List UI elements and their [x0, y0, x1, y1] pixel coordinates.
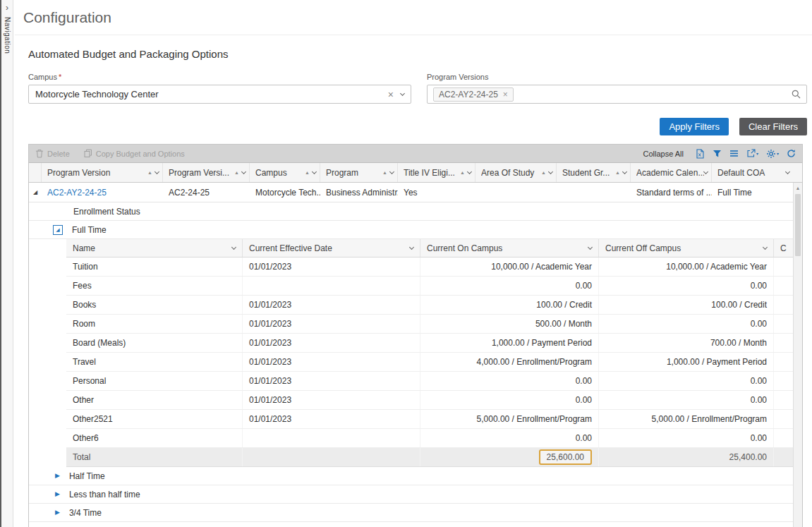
- budget-off-campus: 5,000.00 / Enrollment/Program: [599, 410, 774, 428]
- selected-total-cell[interactable]: 25,600.00: [539, 449, 592, 465]
- budget-extra: [774, 429, 793, 447]
- column-menu-icon[interactable]: [622, 169, 627, 174]
- column-menu-icon[interactable]: [785, 169, 790, 174]
- expand-status-icon[interactable]: ▶: [55, 509, 60, 516]
- column-header-default-coa[interactable]: Default COA: [712, 163, 793, 182]
- scroll-up-icon[interactable]: ▲: [794, 183, 802, 193]
- budget-on-campus: 0.00: [420, 372, 599, 390]
- column-menu-icon[interactable]: [312, 169, 317, 174]
- column-header-academic-calendar[interactable]: Academic Calen...: [631, 163, 712, 182]
- column-menu-icon[interactable]: [241, 169, 246, 174]
- campus-select-value: Motorcycle Technology Center: [35, 89, 388, 99]
- column-chooser-icon[interactable]: [729, 150, 739, 157]
- filter-icon[interactable]: [713, 150, 722, 158]
- budget-row[interactable]: Other6 0.00 0.00: [66, 429, 793, 448]
- apply-filters-button[interactable]: Apply Filters: [660, 118, 729, 135]
- budget-off-campus: 0.00: [599, 429, 774, 447]
- budget-on-campus: 1,000.00 / Payment Period: [420, 334, 599, 352]
- column-menu-icon[interactable]: [409, 245, 414, 250]
- budget-column-name[interactable]: Name: [66, 239, 243, 257]
- program-versions-field: Program Versions AC2-AY2-24-25 ×: [427, 73, 807, 104]
- table-row[interactable]: ◢ AC2-AY2-24-25 AC2-24-25 Motorcycle Tec…: [29, 183, 793, 202]
- budget-column-truncated[interactable]: Curr: [774, 239, 793, 257]
- column-menu-icon[interactable]: [154, 169, 159, 174]
- budget-row[interactable]: Board (Meals) 01/01/2023 1,000.00 / Paym…: [66, 334, 793, 353]
- budget-row[interactable]: Personal 01/01/2023 0.00 0.00: [66, 372, 793, 391]
- status-row-half-time[interactable]: ▶ Half Time: [29, 467, 793, 485]
- budget-name: Other: [66, 391, 243, 409]
- budget-extra: [774, 334, 793, 352]
- export-icon[interactable]: ▾: [746, 149, 758, 158]
- campus-label: Campus*: [28, 73, 411, 81]
- content-area: Automated Budget and Packaging Options C…: [15, 35, 812, 527]
- row-collapse-icon[interactable]: ◢: [29, 189, 42, 195]
- copy-budget-button[interactable]: Copy Budget and Options: [84, 149, 185, 158]
- collapse-status-icon[interactable]: ◢: [53, 225, 63, 235]
- refresh-icon[interactable]: [787, 149, 796, 158]
- program-versions-label: Program Versions: [427, 73, 807, 81]
- expand-status-icon[interactable]: ▶: [55, 473, 60, 479]
- budget-row[interactable]: Books 01/01/2023 100.00 / Credit 100.00 …: [66, 296, 793, 315]
- sort-asc-icon: ▲: [541, 170, 546, 175]
- campus-dropdown-icon[interactable]: [400, 91, 405, 96]
- column-header-campus[interactable]: Campus▲: [250, 163, 320, 182]
- budget-row[interactable]: Travel 01/01/2023 4,000.00 / Enrollment/…: [66, 353, 793, 372]
- column-header-area-of-study[interactable]: Area Of Study▲: [475, 163, 557, 182]
- program-version-chip[interactable]: AC2-AY2-24-25 ×: [433, 87, 514, 102]
- chip-remove-icon[interactable]: ×: [503, 90, 508, 99]
- budget-on-campus: 0.00: [420, 429, 599, 447]
- column-header-program[interactable]: Program▲: [320, 163, 398, 182]
- campus-clear-icon[interactable]: ×: [388, 90, 394, 99]
- clear-filters-button[interactable]: Clear Filters: [739, 118, 807, 135]
- nav-label[interactable]: Navigation: [4, 17, 11, 54]
- sort-asc-icon: ▲: [615, 170, 620, 175]
- settings-gear-icon[interactable]: ▾: [766, 149, 779, 159]
- column-header-program-version[interactable]: Program Version▲: [42, 163, 163, 182]
- budget-row[interactable]: Tuition 01/01/2023 10,000.00 / Academic …: [66, 258, 793, 277]
- column-header-title-iv[interactable]: Title IV Eligi...▲: [398, 163, 475, 182]
- budget-column-effective-date[interactable]: Current Effective Date: [243, 239, 420, 257]
- column-menu-icon[interactable]: [588, 245, 593, 250]
- program-version-link[interactable]: AC2-AY2-24-25: [47, 188, 107, 198]
- budget-row[interactable]: Room 01/01/2023 500.00 / Month 0.00: [66, 315, 793, 334]
- navigation-sidebar[interactable]: › Navigation: [0, 0, 13, 527]
- scrollbar-thumb[interactable]: [795, 194, 801, 256]
- column-header-program-version-code[interactable]: Program Versi...▲: [163, 163, 250, 182]
- status-row-three-quarter-time[interactable]: ▶ 3/4 Time: [29, 504, 793, 522]
- budget-row[interactable]: Other 01/01/2023 0.00 0.00: [66, 391, 793, 410]
- budget-column-off-campus[interactable]: Current Off Campus: [599, 239, 774, 257]
- budget-off-campus: 0.00: [599, 391, 774, 409]
- budget-row[interactable]: Fees 0.00 0.00: [66, 277, 793, 296]
- column-menu-icon[interactable]: [231, 245, 236, 250]
- budget-on-campus: 0.00: [420, 391, 599, 409]
- column-menu-icon[interactable]: [467, 169, 472, 174]
- sort-asc-icon: ▲: [234, 170, 239, 175]
- budget-items-table: Name Current Effective Date Current On C…: [66, 239, 793, 467]
- cell-title-iv: Yes: [398, 188, 475, 198]
- column-menu-icon[interactable]: [703, 169, 708, 174]
- enrollment-status-group-header: Enrollment Status: [29, 202, 793, 221]
- nav-expand-icon[interactable]: ›: [6, 4, 8, 12]
- column-menu-icon[interactable]: [763, 245, 768, 250]
- hierarchy-column-header: [29, 163, 42, 182]
- campus-select[interactable]: Motorcycle Technology Center ×: [28, 85, 411, 104]
- budget-off-campus: 1,000.00 / Payment Period: [599, 353, 774, 371]
- vertical-scrollbar[interactable]: ▲: [793, 183, 802, 527]
- budget-column-on-campus[interactable]: Current On Campus: [420, 239, 599, 257]
- budget-date: [243, 429, 420, 447]
- status-label: Half Time: [69, 471, 105, 481]
- column-menu-icon[interactable]: [548, 169, 553, 174]
- budget-name: Travel: [66, 353, 243, 371]
- column-header-student-group[interactable]: Student Gr...▲: [557, 163, 631, 182]
- collapse-all-button[interactable]: Collapse All: [643, 150, 683, 158]
- budget-date: 01/01/2023: [243, 410, 420, 428]
- budget-row[interactable]: Other2521 01/01/2023 5,000.00 / Enrollme…: [66, 410, 793, 429]
- expand-status-icon[interactable]: ▶: [55, 491, 60, 497]
- export-excel-icon[interactable]: [696, 149, 705, 159]
- program-versions-input[interactable]: AC2-AY2-24-25 ×: [427, 85, 807, 104]
- status-row-full-time[interactable]: ◢ Full Time: [29, 221, 793, 239]
- search-icon[interactable]: [792, 90, 801, 99]
- status-row-less-than-half-time[interactable]: ▶ Less than half time: [29, 485, 793, 504]
- column-menu-icon[interactable]: [389, 169, 394, 174]
- delete-button[interactable]: Delete: [35, 149, 70, 158]
